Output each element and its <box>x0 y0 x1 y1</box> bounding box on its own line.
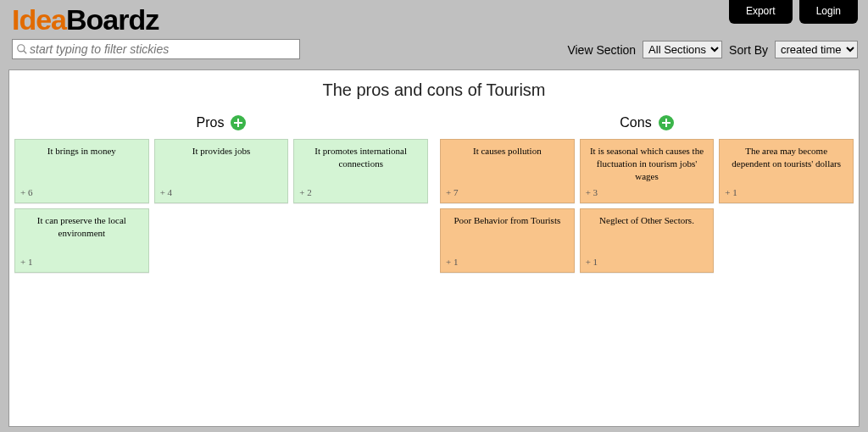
sticky-card[interactable]: It causes pollution+ 7 <box>440 139 575 203</box>
svg-line-1 <box>24 51 27 54</box>
sticky-card[interactable]: It is seasonal which causes the fluctuat… <box>580 139 715 203</box>
sticky-card[interactable]: The area may become dependent on tourist… <box>719 139 854 203</box>
sticky-card[interactable]: It promotes international connections+ 2 <box>293 139 428 203</box>
add-cons-button[interactable] <box>659 115 674 130</box>
search-wrap <box>12 39 300 59</box>
vote-count: + 4 <box>160 186 172 199</box>
vote-count: + 6 <box>20 186 32 199</box>
top-bar: Export Login IdeaBoardz View Section All… <box>0 0 868 69</box>
sticky-card[interactable]: It provides jobs+ 4 <box>154 139 289 203</box>
sticky-card[interactable]: Poor Behavior from Tourists+ 1 <box>440 208 575 273</box>
plus-icon <box>234 119 242 127</box>
view-section-select[interactable]: All Sections <box>643 41 722 58</box>
logo-part1: Idea <box>12 3 66 36</box>
board-title: The pros and cons of Tourism <box>14 80 854 100</box>
section-pros-head: Pros <box>14 115 428 130</box>
section-cons-head: Cons <box>440 115 854 130</box>
sort-by-select[interactable]: created time <box>775 41 858 58</box>
search-icon <box>16 43 28 55</box>
sections: Pros It brings in money+ 6 It provides j… <box>14 115 854 273</box>
vote-count: + 1 <box>20 256 32 269</box>
vote-count: + 2 <box>299 186 311 199</box>
vote-count: + 1 <box>446 256 458 269</box>
vote-count: + 7 <box>446 186 458 199</box>
plus-icon <box>662 119 670 127</box>
view-section-label: View Section <box>567 43 636 57</box>
sticky-card[interactable]: It brings in money+ 6 <box>14 139 149 203</box>
svg-point-0 <box>18 45 25 52</box>
add-pros-button[interactable] <box>231 115 246 130</box>
logo-part2: Boardz <box>66 3 159 36</box>
controls: View Section All Sections Sort By create… <box>567 41 858 58</box>
sort-by-label: Sort By <box>729 43 768 57</box>
section-pros: Pros It brings in money+ 6 It provides j… <box>14 115 428 273</box>
section-pros-title: Pros <box>197 115 225 130</box>
cons-cards: It causes pollution+ 7 It is seasonal wh… <box>440 139 854 273</box>
section-cons-title: Cons <box>620 115 651 130</box>
sticky-card[interactable]: It can preserve the local environment+ 1 <box>14 208 149 273</box>
vote-count: + 1 <box>725 186 737 199</box>
logo[interactable]: IdeaBoardz <box>12 3 159 36</box>
top-nav: Export Login <box>722 0 858 24</box>
search-input[interactable] <box>28 42 299 56</box>
export-link[interactable]: Export <box>729 0 793 24</box>
sticky-card[interactable]: Neglect of Other Sectors.+ 1 <box>580 208 715 273</box>
vote-count: + 1 <box>586 256 598 269</box>
section-cons: Cons It causes pollution+ 7 It is season… <box>440 115 854 273</box>
login-link[interactable]: Login <box>799 0 858 24</box>
vote-count: + 3 <box>586 186 598 199</box>
pros-cards: It brings in money+ 6 It provides jobs+ … <box>14 139 428 273</box>
board: The pros and cons of Tourism Pros It bri… <box>8 69 860 427</box>
